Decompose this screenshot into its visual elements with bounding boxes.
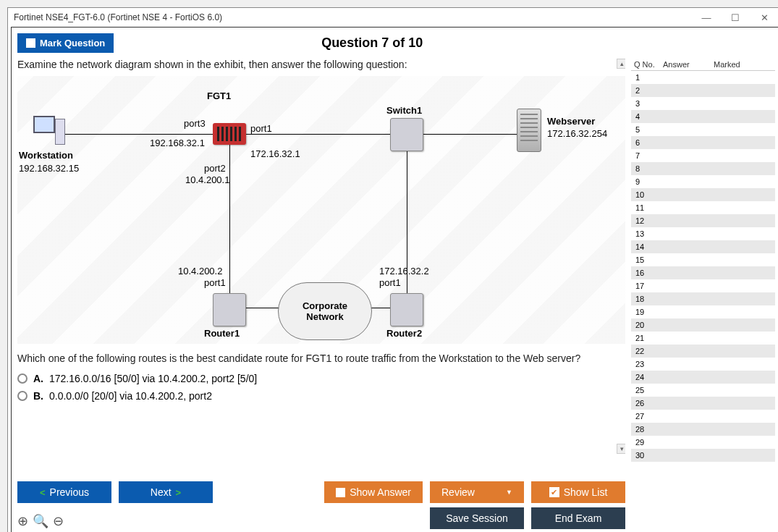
question-pane: ▴ Examine the network diagram shown in t… [17,59,625,529]
link-ws-fgt [61,134,213,135]
list-item[interactable]: 25 [631,384,775,397]
list-item[interactable]: 26 [631,397,775,410]
network-diagram: Corporate Network FGT1 Switch1 Webserver… [17,76,625,344]
list-item[interactable]: 11 [631,201,775,214]
port2-ip: 10.4.200.1 [185,174,229,185]
option-a[interactable]: A. 172.16.0.0/16 [50/0] via 10.4.200.2, … [17,370,625,387]
previous-label: Previous [50,486,89,498]
list-item[interactable]: 8 [631,162,775,175]
port1-label: port1 [250,123,272,134]
router1-label: Router1 [204,328,240,339]
radio-icon [17,391,28,401]
question-followup: Which one of the following routes is the… [17,352,625,364]
r2-ip: 172.16.32.2 [379,266,429,276]
port2-label: port2 [204,163,226,174]
link-fgt-router1 [229,143,230,303]
checkbox-checked-icon: ✔ [549,487,559,497]
option-b[interactable]: B. 0.0.0.0/0 [20/0] via 10.4.200.2, port… [17,387,625,405]
show-answer-button[interactable]: Show Answer [324,481,423,503]
link-switch-web [423,134,517,135]
switch1-icon [390,118,423,151]
list-item[interactable]: 12 [631,214,775,227]
list-item[interactable]: 10 [631,188,775,201]
list-item[interactable]: 29 [631,436,775,449]
previous-button[interactable]: <Previous [17,481,111,503]
list-item[interactable]: 15 [631,253,775,266]
workstation-ip: 192.168.32.15 [19,163,79,174]
maximize-icon[interactable]: ☐ [721,9,750,26]
port1-ip: 172.16.32.1 [250,148,300,159]
list-item[interactable]: 3 [631,97,775,110]
scroll-up-icon[interactable]: ▴ [617,59,625,69]
show-answer-label: Show Answer [350,486,411,498]
option-a-prefix: A. [33,373,43,384]
option-a-text: 172.16.0.0/16 [50/0] via 10.4.200.2, por… [49,373,257,384]
next-button[interactable]: Next> [119,481,213,503]
list-item[interactable]: 9 [631,175,775,188]
zoom-in-icon[interactable]: ⊕ [17,513,28,529]
list-item[interactable]: 1 [631,71,775,84]
fgt1-label: FGT1 [207,90,231,101]
link-switch-router2 [407,143,407,303]
end-exam-label: End Exam [555,512,602,524]
content-area: Mark Question Question 7 of 10 ▴ Examine… [11,27,778,532]
list-item[interactable]: 14 [631,240,775,253]
zoom-out-icon[interactable]: ⊖ [53,513,64,529]
question-scroll[interactable]: ▴ Examine the network diagram shown in t… [17,59,625,476]
list-item[interactable]: 5 [631,123,775,136]
port3-label: port3 [184,118,206,129]
workstation-icon [32,116,61,149]
list-item[interactable]: 23 [631,358,775,371]
list-item[interactable]: 17 [631,279,775,292]
list-item[interactable]: 16 [631,266,775,279]
list-item[interactable]: 2 [631,84,775,97]
list-item[interactable]: 13 [631,227,775,240]
close-icon[interactable]: ✕ [750,9,778,26]
list-header: Q No. Answer Marked [631,59,775,70]
list-item[interactable]: 21 [631,332,775,345]
list-item[interactable]: 6 [631,136,775,149]
webserver-icon [517,109,541,152]
router2-label: Router2 [386,328,422,339]
list-item[interactable]: 27 [631,410,775,423]
r1-port: port1 [204,277,226,288]
link-fgt-switch [246,134,398,135]
col-marked: Marked [714,60,772,69]
scroll-down-icon[interactable]: ▾ [617,444,625,454]
show-list-button[interactable]: ✔Show List [531,481,625,503]
body-row: ▴ Examine the network diagram shown in t… [17,59,775,529]
list-item[interactable]: 20 [631,318,775,332]
switch1-label: Switch1 [386,105,422,116]
list-item[interactable]: 18 [631,292,775,305]
app-window: Fortinet NSE4_FGT-6.0 (Fortinet NSE 4 - … [7,7,778,532]
chevron-left-icon: < [40,487,46,498]
minimize-icon[interactable]: — [692,9,721,26]
list-item[interactable]: 30 [631,449,775,462]
end-exam-button[interactable]: End Exam [531,507,625,529]
question-list-pane: Q No. Answer Marked 12345678910111213141… [631,59,775,529]
checkbox-icon [336,488,345,497]
option-b-text: 0.0.0.0/0 [20/0] via 10.4.200.2, port2 [49,390,212,402]
review-button[interactable]: Review▼ [430,481,524,503]
zoom-icon[interactable]: 🔍 [33,513,48,529]
checkbox-icon [26,38,35,48]
question-list[interactable]: 1234567891011121314151617181920212223242… [631,70,775,529]
next-label: Next [151,486,172,498]
list-item[interactable]: 7 [631,149,775,162]
list-item[interactable]: 28 [631,423,775,436]
review-label: Review [441,486,475,498]
list-item[interactable]: 19 [631,305,775,318]
footer-row-2: ⊕ 🔍 ⊖ Save Session End Exam [17,503,625,529]
chevron-right-icon: > [176,487,182,498]
col-answer: Answer [663,60,714,69]
list-item[interactable]: 4 [631,110,775,123]
save-session-button[interactable]: Save Session [430,507,524,529]
list-item[interactable]: 24 [631,371,775,384]
r2-port: port1 [379,277,401,288]
mark-question-button[interactable]: Mark Question [17,33,114,53]
r1-ip: 10.4.200.2 [178,266,222,276]
router2-icon [390,293,423,326]
mark-question-label: Mark Question [40,38,105,48]
option-b-prefix: B. [33,390,43,402]
list-item[interactable]: 22 [631,345,775,358]
